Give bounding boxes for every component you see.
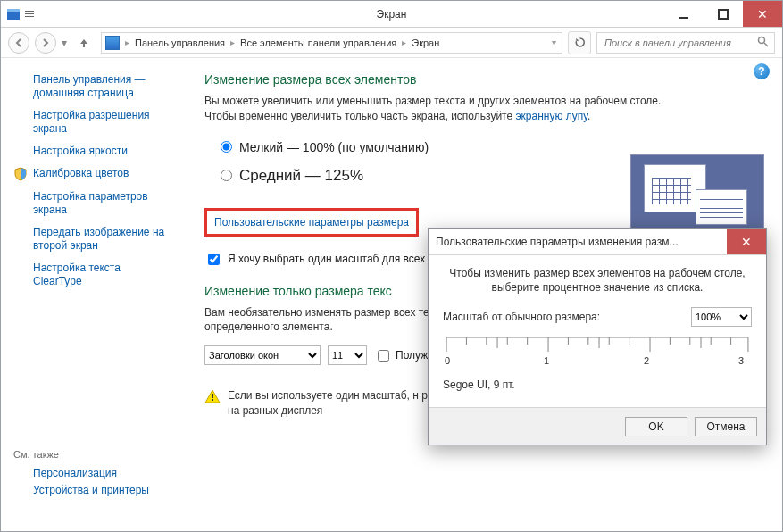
scale-combo[interactable]: 100% xyxy=(691,307,752,327)
warning-icon xyxy=(204,388,221,404)
sidebar-item-label: Калибровка цветов xyxy=(33,167,129,180)
checkbox-bold[interactable]: Полуж xyxy=(374,347,428,364)
dropdown-menu-icon[interactable] xyxy=(22,7,37,21)
scale-label: Масштаб от обычного размера: xyxy=(443,311,684,323)
svg-rect-1 xyxy=(7,9,20,12)
checkbox-one-scale-input[interactable] xyxy=(208,254,220,265)
sidebar-item-brightness[interactable]: Настройка яркости xyxy=(13,145,171,158)
desc-text: Вы можете увеличить или уменьшить размер… xyxy=(204,95,661,122)
dialog-description: Чтобы изменить размер всех элементов на … xyxy=(443,266,752,295)
dialog-title: Пользовательские параметры изменения раз… xyxy=(436,236,727,248)
dialog-footer: OK Отмена xyxy=(429,407,766,445)
svg-rect-9 xyxy=(212,394,213,398)
desc-text: . xyxy=(587,110,590,122)
combo-font-size[interactable]: 11 xyxy=(328,345,367,365)
see-also-section: См. также Персонализация Устройства и пр… xyxy=(13,449,171,497)
minimize-button[interactable] xyxy=(664,1,704,27)
sidebar-item-home[interactable]: Панель управления — домашняя страница xyxy=(13,73,171,100)
chevron-right-icon[interactable]: ▸ xyxy=(125,37,129,47)
breadcrumb[interactable]: ▸ Панель управления ▸ Все элементы панел… xyxy=(101,32,562,54)
svg-rect-6 xyxy=(719,10,728,19)
chevron-right-icon[interactable]: ▸ xyxy=(230,37,235,47)
refresh-button[interactable] xyxy=(568,31,591,54)
maximize-button[interactable] xyxy=(704,1,743,27)
magnifier-link[interactable]: экранную лупу xyxy=(515,110,587,122)
breadcrumb-item[interactable]: Все элементы панели управления xyxy=(240,37,396,48)
section-title-resize-all: Изменение размера всех элементов xyxy=(204,72,764,87)
help-icon[interactable]: ? xyxy=(754,63,770,79)
ruler-num-1: 1 xyxy=(544,355,549,366)
recent-dropdown-icon[interactable]: ▾ xyxy=(62,37,67,49)
svg-rect-2 xyxy=(25,11,34,12)
search-icon[interactable] xyxy=(757,36,769,49)
preview-illustration xyxy=(630,154,764,235)
font-sample: Segoe UI, 9 пт. xyxy=(443,378,752,391)
ruler-num-2: 2 xyxy=(644,355,649,366)
dialog-close-button[interactable]: ✕ xyxy=(727,229,766,254)
combo-element[interactable]: Заголовки окон xyxy=(204,345,321,365)
svg-rect-3 xyxy=(25,13,34,14)
shield-icon xyxy=(13,167,28,181)
sidebar-item-label: Настройка яркости xyxy=(33,145,128,158)
radio-small[interactable]: Мелкий — 100% (по умолчанию) xyxy=(221,140,764,154)
window-icon xyxy=(6,7,21,21)
svg-point-7 xyxy=(759,37,765,44)
sidebar-item-project[interactable]: Передать изображение на второй экран xyxy=(13,226,171,253)
see-also-label: Устройства и принтеры xyxy=(33,484,149,497)
radio-medium-input[interactable] xyxy=(221,170,232,181)
chevron-down-icon[interactable]: ▾ xyxy=(552,37,556,47)
sidebar-item-label: Настройка текста ClearType xyxy=(33,262,171,288)
sidebar-item-cleartype[interactable]: Настройка текста ClearType xyxy=(13,262,171,288)
svg-rect-5 xyxy=(679,17,688,19)
radio-label: Мелкий — 100% (по умолчанию) xyxy=(239,140,429,154)
forward-button[interactable] xyxy=(35,32,56,54)
sidebar: Панель управления — домашняя страница На… xyxy=(1,58,179,532)
breadcrumb-item[interactable]: Экран xyxy=(412,37,439,48)
see-also-devices[interactable]: Устройства и принтеры xyxy=(13,484,171,497)
checkbox-label: Полуж xyxy=(396,349,428,362)
svg-line-8 xyxy=(764,43,768,46)
close-button[interactable]: ✕ xyxy=(743,1,782,27)
up-button[interactable] xyxy=(72,31,96,54)
see-also-header: См. также xyxy=(13,449,171,460)
svg-rect-10 xyxy=(212,399,213,401)
back-button[interactable] xyxy=(8,32,29,54)
custom-scale-dialog: Пользовательские параметры изменения раз… xyxy=(428,228,767,445)
section-description: Вы можете увеличить или уменьшить размер… xyxy=(204,94,678,124)
window-titlebar: Экран ✕ xyxy=(1,1,782,28)
breadcrumb-item[interactable]: Панель управления xyxy=(135,37,225,48)
see-also-personalization[interactable]: Персонализация xyxy=(13,467,171,480)
ruler-num-0: 0 xyxy=(445,355,450,366)
sidebar-item-label: Панель управления — домашняя страница xyxy=(33,73,171,100)
radio-label: Средний — 125% xyxy=(239,167,363,185)
ok-button[interactable]: OK xyxy=(625,417,687,436)
cancel-button[interactable]: Отмена xyxy=(695,417,757,436)
custom-size-link[interactable]: Пользовательские параметры размера xyxy=(204,208,419,237)
dialog-titlebar: Пользовательские параметры изменения раз… xyxy=(429,229,766,255)
checkbox-bold-input[interactable] xyxy=(378,350,389,362)
sidebar-item-label: Настройка параметров экрана xyxy=(33,190,171,217)
see-also-label: Персонализация xyxy=(33,467,117,480)
search-input[interactable] xyxy=(603,37,752,49)
ruler-num-3: 3 xyxy=(738,355,744,366)
sidebar-item-display-settings[interactable]: Настройка параметров экрана xyxy=(13,190,171,217)
control-panel-icon xyxy=(105,36,120,50)
checkbox-label: Я хочу выбрать один масштаб для всех xyxy=(228,253,425,265)
sidebar-item-resolution[interactable]: Настройка разрешения экрана xyxy=(13,109,171,136)
ruler[interactable]: 0 1 2 3 xyxy=(443,332,752,371)
search-box[interactable] xyxy=(596,32,775,54)
radio-small-input[interactable] xyxy=(221,141,232,153)
sidebar-item-calibrate[interactable]: Калибровка цветов xyxy=(13,167,171,181)
sidebar-item-label: Настройка разрешения экрана xyxy=(33,109,171,136)
chevron-right-icon[interactable]: ▸ xyxy=(402,37,406,47)
svg-rect-4 xyxy=(25,16,34,17)
navigation-bar: ▾ ▸ Панель управления ▸ Все элементы пан… xyxy=(1,28,782,58)
sidebar-item-label: Передать изображение на второй экран xyxy=(33,226,171,253)
